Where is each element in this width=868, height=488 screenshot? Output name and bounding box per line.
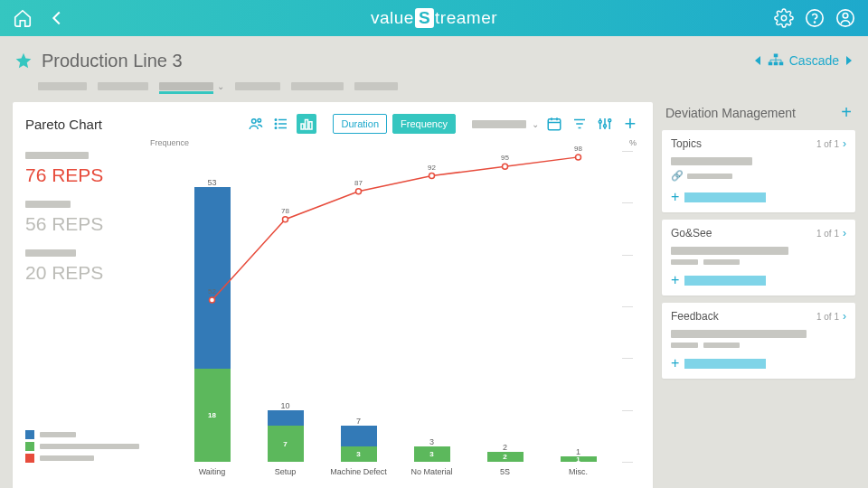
svg-rect-5 [773, 54, 778, 58]
y2-axis-label: % [629, 138, 637, 147]
svg-point-14 [276, 119, 278, 121]
svg-rect-7 [773, 62, 778, 66]
search-placeholder[interactable] [472, 120, 526, 128]
tab-bar: ⌄ [0, 81, 868, 95]
svg-rect-20 [548, 119, 561, 130]
svg-rect-19 [309, 122, 312, 129]
chevron-right-icon[interactable]: › [843, 227, 846, 239]
chevron-right-icon[interactable]: › [843, 137, 846, 150]
svg-point-34 [283, 217, 288, 222]
svg-rect-6 [768, 62, 772, 66]
svg-point-36 [429, 174, 435, 179]
svg-point-0 [781, 15, 787, 21]
toggle-frequency[interactable]: Frequency [392, 114, 456, 134]
feedback-box: Feedback1 of 1› + [662, 303, 855, 379]
y-axis-label: Frequence [150, 138, 189, 147]
tab[interactable] [291, 82, 344, 90]
add-topic-icon[interactable]: + [671, 189, 679, 205]
svg-point-38 [576, 155, 581, 160]
feedback-title: Feedback [671, 310, 719, 323]
people-icon[interactable] [246, 114, 266, 134]
add-deviation-icon[interactable]: + [841, 102, 852, 123]
svg-rect-17 [301, 124, 304, 129]
tab[interactable] [235, 82, 280, 90]
svg-point-16 [276, 127, 278, 129]
help-icon[interactable] [805, 8, 825, 28]
tab[interactable] [98, 82, 148, 90]
add-icon[interactable]: + [620, 114, 640, 134]
svg-point-30 [604, 125, 607, 127]
svg-point-28 [599, 120, 601, 123]
topics-title: Topics [671, 137, 702, 150]
home-icon[interactable] [13, 8, 33, 28]
gear-icon[interactable] [774, 8, 794, 28]
svg-point-9 [252, 119, 257, 124]
svg-point-10 [258, 118, 261, 122]
svg-point-15 [276, 123, 278, 125]
pareto-chart-card: Pareto Chart Duration Frequency ⌄ + 76 R… [13, 102, 653, 488]
user-icon[interactable] [835, 8, 855, 28]
stat-56: 56 REPS [25, 213, 143, 235]
side-panel-title: Deviation Management + [662, 102, 855, 123]
add-feedback-icon[interactable]: + [671, 355, 679, 371]
svg-point-2 [814, 22, 815, 23]
svg-point-4 [843, 14, 848, 19]
brand-logo: valueStreamer [371, 8, 497, 28]
gosee-title: Go&See [671, 227, 712, 239]
svg-point-32 [609, 119, 611, 122]
tab-active[interactable] [159, 82, 213, 90]
filter-icon[interactable] [570, 114, 590, 134]
stat-76: 76 REPS [25, 164, 143, 186]
chart-icon[interactable] [297, 114, 316, 134]
star-icon[interactable] [14, 52, 33, 70]
calendar-icon[interactable] [544, 114, 564, 134]
svg-point-35 [356, 189, 362, 194]
topics-box: Topics1 of 1› 🔗 + [662, 130, 855, 212]
svg-point-1 [807, 10, 823, 26]
add-gosee-icon[interactable]: + [671, 272, 679, 288]
cascade-nav[interactable]: Cascade [753, 53, 854, 68]
stat-20: 20 REPS [25, 262, 143, 284]
toggle-duration[interactable]: Duration [333, 114, 387, 134]
svg-rect-18 [306, 120, 308, 130]
svg-rect-8 [778, 62, 783, 66]
chevron-right-icon[interactable]: › [843, 310, 846, 323]
list-icon[interactable] [271, 114, 291, 134]
legend [25, 430, 139, 465]
settings-icon[interactable] [595, 114, 615, 134]
gosee-box: Go&See1 of 1› + [662, 220, 855, 296]
svg-point-37 [503, 164, 508, 169]
back-icon[interactable] [47, 8, 67, 28]
tab[interactable] [38, 82, 87, 90]
page-title: Production Line 3 [42, 51, 183, 71]
tab[interactable] [354, 82, 398, 90]
chart-title: Pareto Chart [25, 117, 102, 132]
